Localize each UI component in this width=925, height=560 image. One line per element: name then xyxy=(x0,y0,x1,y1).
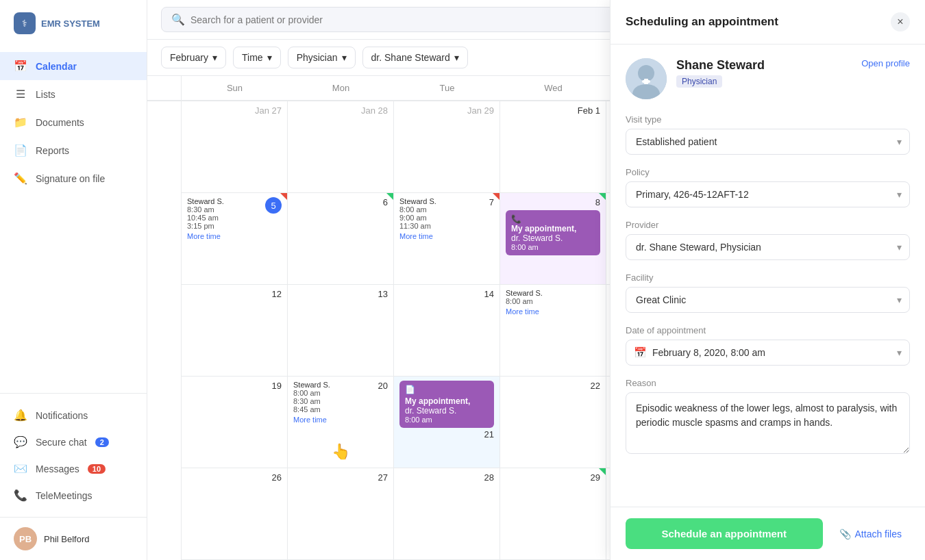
table-row: Steward S. 8:00 am More time xyxy=(500,285,606,377)
table-row: 22 xyxy=(500,377,606,468)
open-profile-button[interactable]: Open profile xyxy=(861,58,910,68)
more-time-link[interactable]: More time xyxy=(187,232,224,240)
sidebar-item-lists[interactable]: ☰ Lists xyxy=(0,80,147,108)
appointment-time: 8:00 am xyxy=(293,389,330,397)
messages-badge: 10 xyxy=(88,464,106,474)
facility-field: Facility Great Clinic ▾ xyxy=(626,272,910,313)
more-time-link[interactable]: More time xyxy=(399,232,436,240)
sidebar-nav: 📅 Calendar ☰ Lists 📁 Documents 📄 Reports… xyxy=(0,47,147,393)
provider-select[interactable]: dr. Shane Steward ▾ xyxy=(362,47,468,68)
lists-icon: ☰ xyxy=(14,88,27,101)
sidebar-item-reports[interactable]: 📄 Reports xyxy=(0,136,147,164)
facility-select[interactable]: Great Clinic xyxy=(626,287,910,313)
sidebar-item-telemeetings[interactable]: 📞 TeleMeetings xyxy=(0,482,147,509)
more-time-link[interactable]: More time xyxy=(506,307,543,316)
date-select-wrapper: 📅 February 8, 2020, 8:00 am ▾ xyxy=(626,340,910,366)
cursor-icon: 👆 xyxy=(332,443,350,461)
avatar xyxy=(626,58,667,99)
appointment-name: Steward S. xyxy=(293,381,330,389)
header-mon: Mon xyxy=(288,76,394,100)
visit-type-select[interactable]: Established patient New patient Follow-u… xyxy=(626,129,910,155)
provider-select[interactable]: dr. Shane Steward, Physician xyxy=(626,234,910,260)
corner-flag-red xyxy=(280,193,287,200)
logo-text: EMR SYSTEM xyxy=(41,18,100,29)
sidebar-item-label: Lists xyxy=(36,89,56,100)
attach-files-button[interactable]: 📎 Attach files xyxy=(831,523,910,545)
reason-textarea[interactable]: Episodic weakness of the lower legs, alm… xyxy=(626,392,910,454)
sidebar-item-messages[interactable]: ✉️ Messages 10 xyxy=(0,455,147,482)
corner-flag-green xyxy=(599,468,606,475)
day-number: 28 xyxy=(399,472,494,483)
table-row: Steward S. 8:00 am 8:30 am 8:45 am More … xyxy=(288,377,394,468)
more-time-link[interactable]: More time xyxy=(293,416,330,424)
sidebar-bottom: 🔔 Notifications 💬 Secure chat 2 ✉️ Messa… xyxy=(0,393,147,517)
sidebar-item-notifications[interactable]: 🔔 Notifications xyxy=(0,402,147,429)
side-panel: Scheduling an appointment × Shane Stewar… xyxy=(610,0,925,560)
phone-icon: 📞 xyxy=(511,214,521,224)
policy-label: Policy xyxy=(626,167,910,177)
appointment-time: 8:30 am xyxy=(293,397,330,405)
file-icon: 📄 xyxy=(405,385,415,394)
sidebar-item-label: Reports xyxy=(36,145,69,156)
svg-rect-4 xyxy=(644,79,648,84)
time-select[interactable]: Time ▾ xyxy=(233,47,281,68)
table-row: 26 xyxy=(182,468,288,560)
day-number: Jan 29 xyxy=(399,105,494,116)
panel-header: Scheduling an appointment × xyxy=(610,0,925,44)
day-number: 29 xyxy=(506,472,600,483)
chevron-down-icon: ▾ xyxy=(212,52,217,63)
header-wed: Wed xyxy=(500,76,606,100)
sidebar-logo: ⚕ EMR SYSTEM xyxy=(0,0,147,47)
chevron-down-icon: ▾ xyxy=(454,52,459,63)
appointment-name: Steward S. xyxy=(506,289,543,297)
appointment-time: 11:30 am xyxy=(399,222,436,230)
table-row: 19 xyxy=(182,377,288,468)
policy-field: Policy Primary, 426-45-12AFT-12 ▾ xyxy=(626,167,910,207)
chevron-down-icon: ▾ xyxy=(267,52,272,63)
appointment-time: 10:45 am xyxy=(187,214,224,222)
sidebar-item-calendar[interactable]: 📅 Calendar xyxy=(0,52,147,80)
policy-select[interactable]: Primary, 426-45-12AFT-12 xyxy=(626,181,910,207)
table-row: Jan 29 xyxy=(394,101,500,193)
sidebar-item-label: Notifications xyxy=(36,410,88,421)
day-number: 22 xyxy=(506,381,600,391)
provider-label: dr. Shane Steward xyxy=(371,52,450,63)
appointment-time: 8:00 am xyxy=(399,205,436,214)
day-number: 12 xyxy=(187,289,282,299)
sidebar-item-signature[interactable]: ✏️ Signature on file xyxy=(0,164,147,192)
table-row: 📄 My appointment, dr. Steward S. 8:00 am… xyxy=(394,377,500,468)
day-number: 21 xyxy=(399,429,494,440)
documents-icon: 📁 xyxy=(14,116,27,129)
table-row: Steward S. 8:00 am 9:00 am 11:30 am More… xyxy=(394,193,500,285)
facility-label: Facility xyxy=(626,272,910,283)
appointment-time: 9:00 am xyxy=(399,214,436,222)
day-number: Feb 1 xyxy=(506,105,600,116)
appointment-name: Steward S. xyxy=(399,197,436,205)
appointment-time: 8:30 am xyxy=(187,205,224,214)
date-select[interactable]: February 8, 2020, 8:00 am xyxy=(626,340,910,366)
sidebar-item-label: Messages xyxy=(36,463,79,474)
close-button[interactable]: × xyxy=(891,12,910,31)
provider-field: Provider dr. Shane Steward, Physician ▾ xyxy=(626,220,910,260)
header-tue: Tue xyxy=(394,76,500,100)
day-number: 13 xyxy=(293,289,388,299)
provider-select-wrapper: dr. Shane Steward, Physician ▾ xyxy=(626,234,910,260)
logo-icon: ⚕ xyxy=(14,12,36,34)
sidebar-item-secure-chat[interactable]: 💬 Secure chat 2 xyxy=(0,429,147,455)
month-label: February xyxy=(170,52,208,63)
panel-title: Scheduling an appointment xyxy=(626,15,778,29)
physician-select[interactable]: Physician ▾ xyxy=(288,47,356,68)
day-number: Jan 28 xyxy=(293,105,388,116)
appointment-block-purple: 📞 My appointment, dr. Steward S. 8:00 am xyxy=(506,210,600,255)
schedule-appointment-button[interactable]: Schedule an appointment xyxy=(626,518,823,549)
provider-name: Shane Steward xyxy=(676,58,852,73)
avatar: PB xyxy=(14,527,37,550)
appointment-time: 3:15 pm xyxy=(187,222,224,230)
table-row: 28 xyxy=(394,468,500,560)
day-number: 6 xyxy=(293,197,388,207)
sidebar-item-documents[interactable]: 📁 Documents xyxy=(0,108,147,136)
physician-label: Physician xyxy=(297,52,338,63)
chevron-down-icon: ▾ xyxy=(342,52,347,63)
attach-label: Attach files xyxy=(855,529,902,539)
month-select[interactable]: February ▾ xyxy=(161,47,226,68)
